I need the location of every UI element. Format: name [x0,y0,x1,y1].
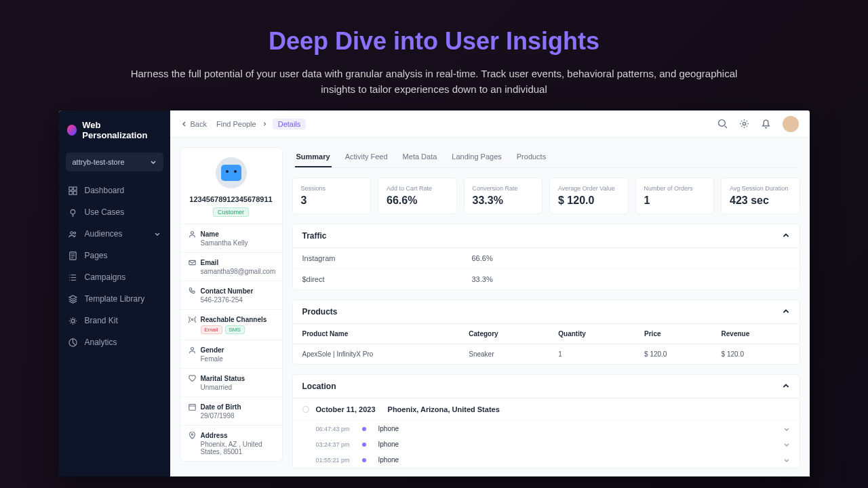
layers-icon [68,294,78,304]
timeline-dot-icon [362,458,366,462]
chart-icon [68,338,78,347]
calendar-icon [189,403,197,411]
chevron-up-icon [782,382,790,390]
products-table: Product Name Category Quantity Price Rev… [293,324,800,364]
sidebar-item-templates[interactable]: Template Library [59,288,170,310]
svg-rect-16 [189,404,195,410]
location-icon [189,431,197,439]
location-event-row[interactable]: 01:55:21 pmIphone [293,452,800,468]
broadcast-icon [189,315,197,323]
phone-icon [189,287,197,295]
hero-title: Deep Dive into User Insights [41,27,827,56]
svg-point-14 [191,319,193,320]
sidebar-item-analytics[interactable]: Analytics [59,331,170,353]
chevron-right-icon [262,121,267,127]
chevron-down-icon [783,441,790,448]
svg-rect-3 [73,191,77,195]
avatar[interactable] [783,116,799,132]
chevron-up-icon [782,308,790,316]
metrics-row: Sessions3 Add to Cart Rate66.6% Conversi… [292,178,800,214]
crumb-details: Details [273,119,307,129]
traffic-row: Instagram66.6% [293,248,800,268]
search-icon[interactable] [717,119,728,129]
svg-rect-0 [69,186,73,190]
svg-point-6 [74,232,76,234]
main: Back Find People Details 123456789123456… [170,110,810,476]
store-name: attryb-test-store [73,158,125,166]
chevron-down-icon [154,230,161,237]
location-header-row: October 11, 2023 Phoenix, Arizona, Unite… [293,399,800,421]
tab-landing[interactable]: Landing Pages [450,147,502,167]
tab-metadata[interactable]: Meta Data [401,147,439,167]
status-badge: Customer [213,207,249,217]
location-panel-toggle[interactable]: Location [293,375,800,399]
sidebar: Web Personalization attryb-test-store Da… [59,110,170,476]
brand-label: Web Personalization [82,120,161,140]
sidebar-item-campaigns[interactable]: Campaigns [59,266,170,288]
sidebar-item-audiences[interactable]: Audiences [59,223,170,245]
traffic-panel-toggle[interactable]: Traffic [293,224,800,248]
svg-point-17 [191,433,193,434]
list-icon [68,272,78,282]
user-id: 12345678912345678911 [186,195,277,203]
tabs: Summary Activity Feed Meta Data Landing … [292,147,800,168]
sidebar-item-pages[interactable]: Pages [59,245,170,266]
svg-rect-13 [189,260,195,264]
users-icon [68,229,78,239]
svg-point-11 [743,122,745,125]
channel-sms-chip: SMS [225,325,245,334]
svg-point-15 [191,347,194,350]
products-panel-toggle[interactable]: Products [293,300,800,324]
app-window: Web Personalization attryb-test-store Da… [59,110,810,476]
radio-icon[interactable] [302,406,309,413]
metric-conversion: Conversion Rate33.3% [464,178,543,214]
location-panel: Location October 11, 2023 Phoenix, Arizo… [292,374,800,468]
bell-icon[interactable] [761,119,772,129]
svg-rect-1 [73,186,77,190]
chevron-down-icon [783,457,790,464]
channel-email-chip: Email [201,325,222,334]
table-row: ApexSole | InfinityX Pro Sneaker 1 $ 120… [293,344,800,365]
user-icon [189,230,197,238]
gender-icon [189,346,197,354]
back-button[interactable]: Back [181,120,207,128]
crumb-find-people[interactable]: Find People [216,120,256,128]
gear-icon[interactable] [739,119,750,129]
timeline-dot-icon [362,443,366,447]
location-event-row[interactable]: 06:47:43 pmIphone [293,421,800,436]
svg-point-10 [719,120,726,127]
breadcrumb: Find People Details [216,119,306,129]
traffic-row: $direct33.3% [293,268,800,289]
store-selector[interactable]: attryb-test-store [66,152,163,171]
traffic-panel: Traffic Instagram66.6% $direct33.3% [292,224,800,290]
svg-point-12 [191,231,194,234]
topbar: Back Find People Details [170,110,810,138]
sidebar-item-dashboard[interactable]: Dashboard [59,180,170,201]
sidebar-item-usecases[interactable]: Use Cases [59,201,170,223]
chevron-up-icon [782,232,790,240]
tab-activity[interactable]: Activity Feed [344,147,389,167]
timeline-dot-icon [362,427,366,431]
grid-icon [68,186,78,195]
tab-summary[interactable]: Summary [295,147,332,167]
user-avatar-icon [216,157,247,188]
svg-point-8 [71,319,75,323]
sidebar-item-brandkit[interactable]: Brand Kit [59,310,170,331]
metric-cart-rate: Add to Cart Rate66.6% [378,178,457,214]
brand-icon [67,125,77,136]
svg-point-5 [71,231,73,234]
metric-orders: Number of Orders1 [635,178,715,214]
sparkle-icon [68,316,78,325]
metric-sessions: Sessions3 [292,178,372,214]
svg-point-4 [71,209,75,214]
tab-products[interactable]: Products [515,147,547,167]
chevron-down-icon [783,426,790,432]
location-event-row[interactable]: 03:24:37 pmIphone [293,436,800,452]
products-panel: Products Product Name Category Quantity … [292,300,800,365]
mail-icon [189,258,197,266]
metric-duration: Avg Session Duration423 sec [721,178,800,214]
hero-subtitle: Harness the full potential of your user … [129,66,739,97]
page-icon [68,251,78,260]
metric-aov: Average Order Value$ 120.0 [549,178,629,214]
svg-rect-2 [69,191,73,195]
